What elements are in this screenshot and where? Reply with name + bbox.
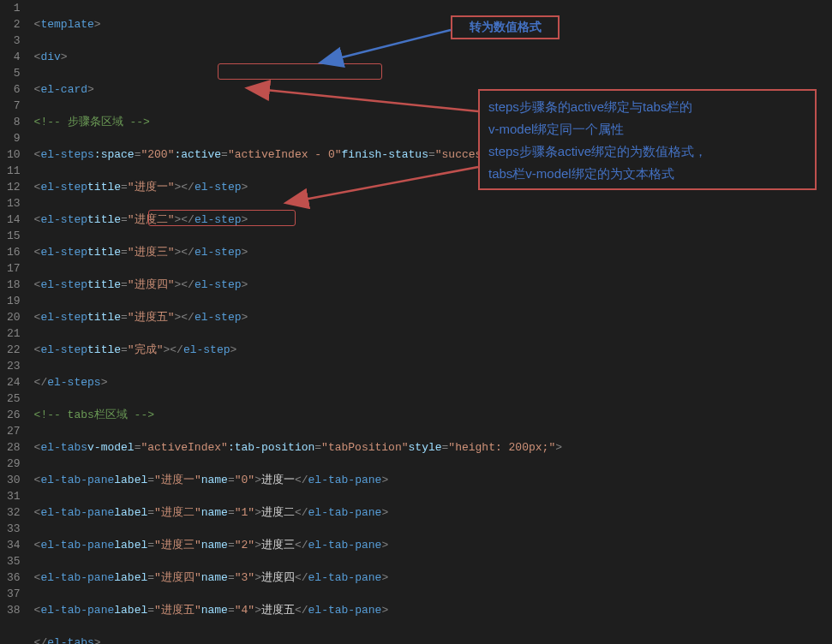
line-gutter: 1234567891011121314151617181920212223242… — [0, 0, 34, 644]
annotation-callout-1: 转为数值格式 — [451, 15, 560, 39]
annotation-callout-2: steps步骤条的active绑定与tabs栏的 v-model绑定同一个属性 … — [478, 89, 817, 190]
